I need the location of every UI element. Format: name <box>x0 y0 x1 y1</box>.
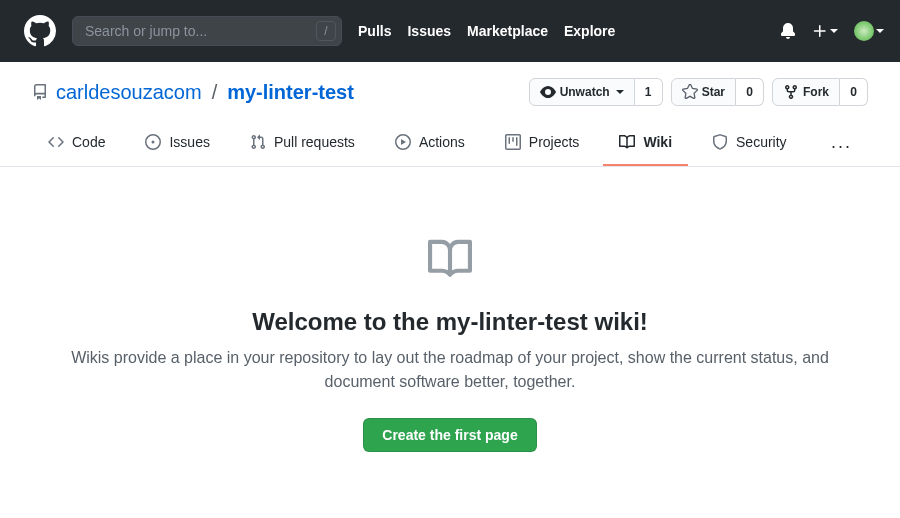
create-first-page-button[interactable]: Create the first page <box>363 418 536 452</box>
watch-count[interactable]: 1 <box>635 78 663 106</box>
fork-label: Fork <box>803 85 829 99</box>
github-logo[interactable] <box>24 15 56 47</box>
repo-title: carldesouzacom / my-linter-test <box>32 81 354 104</box>
repo-owner-link[interactable]: carldesouzacom <box>56 81 202 104</box>
star-count[interactable]: 0 <box>736 78 764 106</box>
nav-issues[interactable]: Issues <box>407 23 451 39</box>
repo-name-link[interactable]: my-linter-test <box>227 81 354 104</box>
fork-group: Fork 0 <box>772 78 868 106</box>
fork-icon <box>783 84 799 100</box>
wiki-blankslate: Welcome to the my-linter-test wiki! Wiki… <box>20 237 880 492</box>
repo-head: carldesouzacom / my-linter-test Unwatch … <box>0 62 900 167</box>
unwatch-label: Unwatch <box>560 85 610 99</box>
star-icon <box>682 84 698 100</box>
repo-nav: Code Issues Pull requests Actions Projec… <box>32 126 868 166</box>
issue-icon <box>145 134 161 150</box>
book-icon <box>619 134 635 150</box>
separator: / <box>212 81 218 104</box>
wiki-description: Wikis provide a place in your repository… <box>52 346 848 394</box>
search-input[interactable] <box>72 16 342 46</box>
pull-request-icon <box>250 134 266 150</box>
nav-pulls[interactable]: Pulls <box>358 23 391 39</box>
unwatch-button[interactable]: Unwatch <box>529 78 635 106</box>
eye-icon <box>540 84 556 100</box>
global-search: / <box>72 16 342 46</box>
plus-icon <box>812 23 828 39</box>
watch-group: Unwatch 1 <box>529 78 663 106</box>
tab-projects[interactable]: Projects <box>489 126 596 166</box>
nav-explore[interactable]: Explore <box>564 23 615 39</box>
fork-count[interactable]: 0 <box>840 78 868 106</box>
caret-down-icon <box>876 29 884 33</box>
tab-security[interactable]: Security <box>696 126 803 166</box>
kebab-icon: ··· <box>831 136 852 156</box>
more-menu[interactable]: ··· <box>815 128 868 165</box>
tab-issues[interactable]: Issues <box>129 126 225 166</box>
repo-icon <box>32 84 48 100</box>
tab-code[interactable]: Code <box>32 126 121 166</box>
star-label: Star <box>702 85 725 99</box>
project-icon <box>505 134 521 150</box>
wiki-heading: Welcome to the my-linter-test wiki! <box>52 308 848 336</box>
bell-icon <box>780 23 796 39</box>
tab-wiki[interactable]: Wiki <box>603 126 688 166</box>
slash-key-hint: / <box>316 21 336 41</box>
code-icon <box>48 134 64 150</box>
star-group: Star 0 <box>671 78 764 106</box>
mark-github-icon <box>24 15 56 47</box>
avatar <box>854 21 874 41</box>
star-button[interactable]: Star <box>671 78 736 106</box>
fork-button[interactable]: Fork <box>772 78 840 106</box>
global-header: / Pulls Issues Marketplace Explore <box>0 0 900 62</box>
shield-icon <box>712 134 728 150</box>
primary-nav: Pulls Issues Marketplace Explore <box>358 23 615 39</box>
user-menu[interactable] <box>854 21 884 41</box>
tab-actions[interactable]: Actions <box>379 126 481 166</box>
caret-down-icon <box>616 90 624 94</box>
book-large-icon <box>428 237 472 284</box>
repo-actions: Unwatch 1 Star 0 Fork 0 <box>529 78 868 106</box>
caret-down-icon <box>830 29 838 33</box>
create-new-menu[interactable] <box>812 23 838 39</box>
play-icon <box>395 134 411 150</box>
header-right <box>780 21 884 41</box>
notifications-button[interactable] <box>780 23 796 39</box>
nav-marketplace[interactable]: Marketplace <box>467 23 548 39</box>
tab-pull-requests[interactable]: Pull requests <box>234 126 371 166</box>
